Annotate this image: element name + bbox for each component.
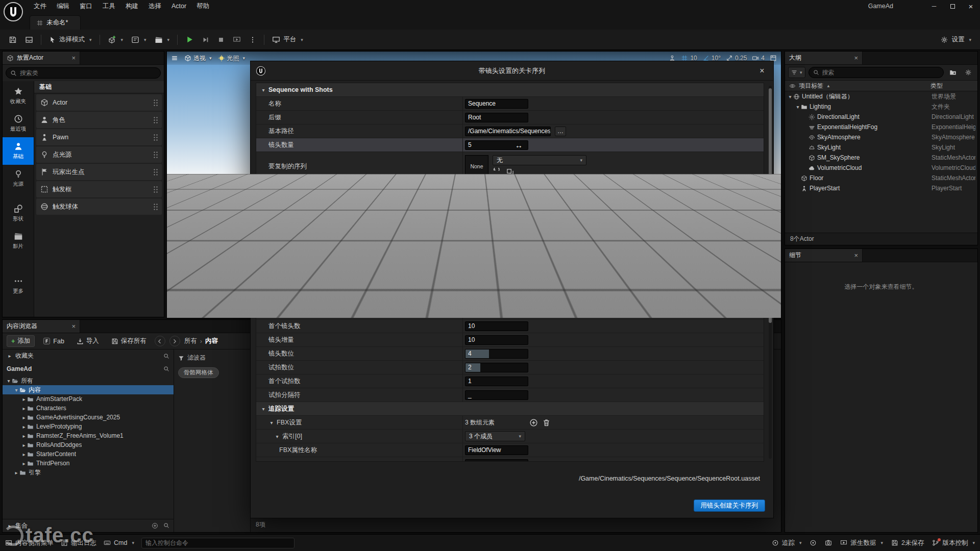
screenshot-button[interactable] [825,539,832,546]
place-category-person[interactable]: 基础 [3,137,34,165]
add-collection-icon[interactable] [152,522,158,529]
menu-item[interactable]: 编辑 [52,0,75,12]
property-input[interactable]: 1 [465,377,528,386]
property-row[interactable]: 镜头增量 10 [256,333,764,347]
settings-button[interactable]: 设置▾ [937,33,975,47]
delete-elements-icon[interactable] [542,184,551,193]
property-row[interactable]: 镜头数量 5↔ [256,138,764,152]
place-category-clapper[interactable]: 影片 [3,227,34,255]
frame-skip-button[interactable] [199,33,213,47]
visibility-column-icon[interactable] [789,83,796,89]
outliner-search[interactable] [808,67,944,78]
property-input[interactable]: 10 [465,321,528,331]
folder-tree-item[interactable]: ▸ RamsterZ_FreeAnims_Volume1 [3,431,174,440]
drag-handle-icon[interactable] [153,203,158,211]
add-folder-button[interactable] [947,67,959,78]
create-sequence-button[interactable]: 用镜头创建关卡序列 [694,499,766,512]
property-row[interactable]: 镜头目录 shots [256,278,764,292]
console-type-select[interactable]: Cmd▾ [104,539,134,546]
folder-tree-item[interactable]: ▸ GameAdvertisingCourse_2025 [3,413,174,422]
folder-tree-item[interactable]: ▸ 引擎 [3,468,174,477]
outliner-row[interactable]: VolumetricCloud VolumetricCloud [785,163,977,173]
console-command-input[interactable] [141,538,295,548]
blueprints-button[interactable]: ▾ [128,33,150,47]
base-path-input[interactable]: /Game/Cinematics/Sequences [465,127,551,136]
instance-subsequences-checkbox[interactable] [465,198,472,206]
property-row[interactable]: 后缀 Root [256,111,764,124]
place-item[interactable]: Pawn [36,129,162,145]
back-button[interactable] [155,336,165,346]
property-section-header[interactable]: ▾Sequence with Shots [256,83,764,97]
place-item[interactable]: Actor [36,94,162,111]
property-row[interactable] [256,457,764,462]
close-button[interactable]: × [962,0,980,12]
project-section[interactable]: GameAd [3,362,174,375]
property-row[interactable]: 实例子序列 [256,195,764,209]
save-all-button[interactable]: 保存所有 [107,335,151,347]
delete-elements-icon[interactable] [542,418,551,427]
folder-tree-item[interactable]: ▸ LevelPrototyping [3,422,174,431]
outliner-row[interactable]: PlayerStart PlayerStart [785,183,977,193]
place-item[interactable]: 触发框 [36,181,162,197]
use-selected-asset-icon[interactable] [493,168,500,176]
property-row[interactable]: 试拍数位 2 [256,361,764,374]
outliner-filter-button[interactable]: ▾ [788,67,805,78]
close-icon[interactable]: × [854,252,858,259]
outliner-row[interactable]: ▾ Lighting 文件夹 [785,102,977,112]
search-icon[interactable] [163,522,169,529]
property-row[interactable]: ▾FBX设置 3 数组元素 [256,416,764,430]
launch-button[interactable] [229,33,244,47]
place-actors-tab[interactable]: 放置Actor × [3,52,80,64]
outliner-tab[interactable]: 大纲 × [785,52,863,64]
asset-dropdown[interactable]: 无▾ [493,155,586,165]
property-input[interactable]: _ [465,390,528,400]
favorites-section[interactable]: ▸收藏夹 [3,349,174,362]
outliner-row[interactable]: DirectionalLight DirectionalLight [785,112,977,122]
folder-tree-item[interactable]: ▸ AnimStarterPack [3,394,174,404]
view-mode-select[interactable]: 光照▾ [218,54,246,63]
place-item[interactable]: 点光源 [36,146,162,163]
level-tab[interactable]: 未命名* [30,15,81,30]
outliner-settings-button[interactable] [962,67,974,78]
outliner-search-input[interactable] [822,69,939,76]
perspective-select[interactable]: 透视▾ [184,54,212,63]
browse-content-button[interactable] [21,33,37,47]
outliner-row[interactable]: SM_SkySphere StaticMeshActor [785,153,977,163]
property-row[interactable]: ▾索引[0] 3 个成员▾ [256,430,764,443]
property-input[interactable]: 0.0 s [465,225,528,235]
property-row[interactable]: FBX属性名称 FieldOfView [256,443,764,457]
folder-tree-item[interactable]: ▾ 内容 [3,385,174,394]
outliner-row[interactable]: Floor StaticMeshActor [785,173,977,183]
property-row[interactable]: 镜头数位 4 [256,347,764,361]
add-element-icon[interactable] [529,184,538,193]
property-row[interactable]: 子序列前缀 subsequence [256,292,764,306]
property-input[interactable]: 5.0 s [465,239,528,248]
property-row[interactable]: 首个试拍数 1 [256,374,764,388]
place-item[interactable]: 角色 [36,112,162,128]
property-row[interactable]: 试拍分隔符 _ [256,388,764,402]
add-element-icon[interactable] [529,418,538,427]
property-row[interactable]: 基本路径 /Game/Cinematics/Sequences … [256,124,764,138]
editor-mode-select[interactable]: 选择模式▾ [45,33,95,47]
property-input[interactable]: Root [465,113,528,122]
place-category-shapes[interactable]: 形状 [3,199,34,227]
stop-button[interactable] [214,33,228,47]
folder-tree-item[interactable]: ▸ Characters [3,404,174,413]
menu-item[interactable]: Actor [166,0,191,12]
property-row[interactable]: 子序列目录 subsequences [256,264,764,278]
place-category-clock[interactable]: 最近项 [3,110,34,137]
menu-item[interactable]: 选择 [143,0,166,12]
asset-thumbnail[interactable]: None [465,155,488,179]
save-button[interactable] [5,33,20,47]
folder-tree-item[interactable]: ▸ RollsAndDodges [3,440,174,449]
menu-item[interactable]: 构建 [120,0,143,12]
dialog-close-icon[interactable]: × [756,66,768,76]
close-icon[interactable]: × [854,54,858,62]
drag-handle-icon[interactable] [153,186,158,193]
add-actor-button[interactable]: ▾ [104,33,127,47]
menu-item[interactable]: 工具 [97,0,120,12]
platforms-button[interactable]: 平台▾ [268,33,307,47]
play-options-button[interactable] [246,33,260,47]
property-row[interactable]: 子序列命名 0数组元素 [256,182,764,195]
property-section-header[interactable]: ▾时间轴 [256,209,764,223]
